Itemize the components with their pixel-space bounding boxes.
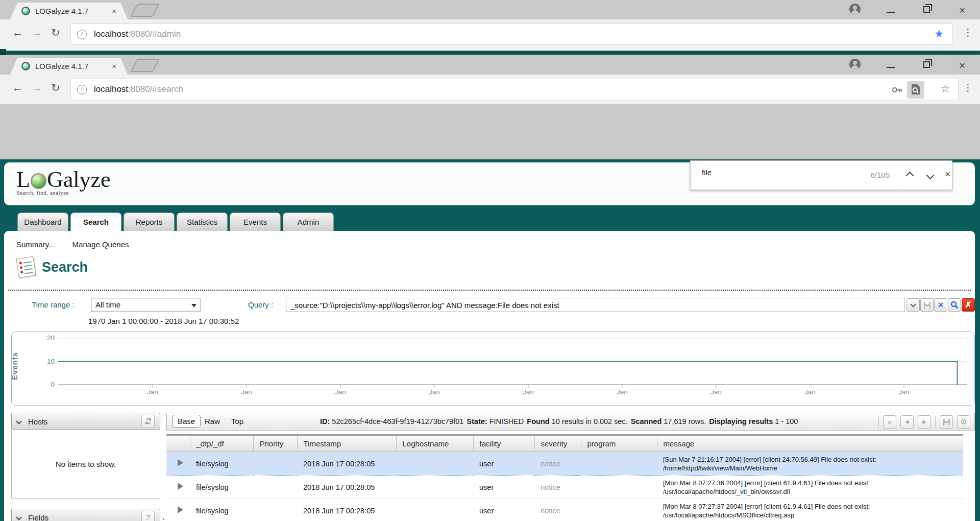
- profile-icon[interactable]: [837, 59, 873, 72]
- new-tab-button[interactable]: [130, 59, 160, 72]
- bookmark-star-icon[interactable]: ☆: [940, 83, 950, 95]
- column-header[interactable]: message: [657, 435, 963, 452]
- table-cell: file/syslog: [190, 476, 253, 499]
- next-page-button[interactable]: ▶: [918, 415, 931, 429]
- y-axis-tick: 0: [41, 381, 55, 388]
- table-cell: user: [473, 452, 534, 476]
- column-header[interactable]: _dtp/_df: [190, 435, 253, 452]
- results-settings-button[interactable]: ⚙: [957, 415, 970, 429]
- search-page-icon: [16, 256, 36, 278]
- sub-link[interactable]: Summary...: [16, 240, 55, 249]
- logo-sphere-icon: [31, 173, 46, 189]
- view-tab-top[interactable]: Top: [231, 417, 243, 425]
- x-axis-tick: Jan: [333, 388, 348, 396]
- browser-tab[interactable]: LOGalyze 4.1.7 ×: [10, 3, 128, 19]
- table-cell: [253, 499, 297, 521]
- collapse-icon[interactable]: [16, 418, 21, 424]
- toolbar: ← → ↻ i localhost:8080/#search ☆ ⋮: [0, 75, 980, 104]
- table-cell: 2018 Jun 17 00:28:05: [297, 499, 396, 521]
- view-tab-raw[interactable]: Raw: [205, 417, 220, 425]
- query-history-dropdown-button[interactable]: [906, 298, 920, 312]
- address-bar[interactable]: i localhost:8080/#admin ★: [70, 23, 952, 45]
- nav-tab-dashboard[interactable]: Dashboard: [17, 212, 68, 231]
- table-row[interactable]: file/syslog2018 Jun 17 00:28:05usernotic…: [166, 499, 963, 521]
- find-previous-icon[interactable]: [907, 171, 913, 180]
- table-cell: 2018 Jun 17 00:28:05: [297, 476, 396, 499]
- nav-tab-reports[interactable]: Reports: [124, 212, 175, 231]
- close-button[interactable]: ×: [944, 5, 980, 16]
- nav-tab-events[interactable]: Events: [230, 212, 281, 231]
- export-results-button[interactable]: [940, 415, 953, 429]
- info-icon[interactable]: i: [77, 85, 87, 94]
- clear-query-button[interactable]: ×: [934, 298, 947, 312]
- forward-icon[interactable]: →: [32, 27, 42, 39]
- restore-button[interactable]: [909, 6, 944, 15]
- tab-close-icon[interactable]: ×: [112, 7, 116, 15]
- previous-page-button[interactable]: ◀: [900, 415, 914, 429]
- new-tab-button[interactable]: [130, 4, 160, 17]
- column-header[interactable]: Priority: [253, 435, 297, 452]
- reload-icon[interactable]: ↻: [51, 82, 60, 94]
- info-icon[interactable]: i: [77, 30, 87, 39]
- view-tab-base[interactable]: Base: [172, 415, 201, 428]
- browser-tab[interactable]: LOGalyze 4.1.7 ×: [10, 58, 128, 75]
- fields-help-button[interactable]: ?: [141, 511, 155, 521]
- find-close-icon[interactable]: ×: [945, 169, 950, 180]
- page-viewport: LGalyze Search, find, analyze 6/105 × Da…: [0, 159, 980, 521]
- table-row[interactable]: file/syslog2018 Jun 17 00:28:05usernotic…: [166, 476, 963, 499]
- sub-link[interactable]: Manage Queries: [72, 240, 129, 249]
- find-next-icon[interactable]: [927, 171, 933, 180]
- bookmark-star-icon[interactable]: ★: [934, 28, 944, 40]
- reload-icon[interactable]: ↻: [51, 27, 60, 39]
- column-header[interactable]: program: [581, 435, 657, 452]
- find-in-page-icon[interactable]: [907, 81, 924, 99]
- nav-tab-search[interactable]: Search: [70, 212, 121, 232]
- column-header[interactable]: Timestamp: [297, 435, 396, 452]
- time-range-select[interactable]: All time: [91, 298, 201, 312]
- resolved-time-range: 1970 Jan 1 00:00:00 - 2018 Jun 17 00:30:…: [88, 317, 239, 325]
- run-search-button[interactable]: [948, 298, 961, 312]
- restore-button[interactable]: [909, 61, 944, 70]
- column-header[interactable]: Loghostname: [396, 435, 473, 452]
- close-button[interactable]: ×: [944, 60, 980, 72]
- select-arrow-icon: [191, 304, 197, 310]
- y-axis-tick: 20: [41, 334, 55, 342]
- profile-icon[interactable]: [837, 4, 873, 17]
- column-header[interactable]: severity: [534, 435, 581, 452]
- table-row[interactable]: file/syslog2018 Jun 17 00:28:05usernotic…: [166, 452, 963, 476]
- back-icon[interactable]: ←: [12, 27, 23, 39]
- menu-icon[interactable]: ⋮: [963, 82, 973, 93]
- page-title: Search: [42, 259, 88, 275]
- time-range-label: Time range :: [32, 300, 75, 309]
- address-bar[interactable]: i localhost:8080/#search ☆: [70, 79, 959, 100]
- first-page-button[interactable]: «: [883, 415, 896, 429]
- hosts-panel-title: Hosts: [28, 417, 141, 426]
- nav-tab-statistics[interactable]: Statistics: [177, 212, 228, 231]
- query-input[interactable]: [286, 298, 904, 312]
- refresh-hosts-button[interactable]: [141, 415, 155, 428]
- find-input[interactable]: [702, 168, 829, 177]
- table-cell: notice: [534, 499, 581, 521]
- x-axis-tick: Jan: [145, 388, 160, 396]
- column-header[interactable]: facility: [473, 435, 534, 452]
- column-header[interactable]: [166, 435, 190, 452]
- pane-splitter[interactable]: [161, 517, 165, 521]
- fields-panel-header[interactable]: Fields ?: [11, 509, 160, 521]
- minimize-button[interactable]: [873, 61, 909, 70]
- expand-row-icon[interactable]: [178, 506, 187, 513]
- nav-tab-admin[interactable]: Admin: [283, 212, 334, 231]
- key-icon[interactable]: [892, 85, 903, 97]
- back-icon[interactable]: ←: [12, 82, 23, 94]
- collapse-icon[interactable]: [16, 514, 21, 520]
- cancel-search-button[interactable]: ✗: [962, 298, 975, 312]
- minimize-button[interactable]: [873, 6, 909, 15]
- fields-panel: Fields ? loghostname 10: [11, 509, 160, 521]
- save-query-button[interactable]: [920, 298, 934, 312]
- expand-row-icon[interactable]: [178, 459, 187, 466]
- forward-icon[interactable]: →: [32, 82, 42, 94]
- menu-icon[interactable]: ⋮: [963, 27, 973, 38]
- expand-row-icon[interactable]: [178, 483, 187, 490]
- tab-close-icon[interactable]: ×: [112, 62, 116, 70]
- hosts-panel-header[interactable]: Hosts: [11, 413, 160, 430]
- message-cell: [Mon Mar 8 07:27:37 2004] [error] [clien…: [657, 499, 963, 521]
